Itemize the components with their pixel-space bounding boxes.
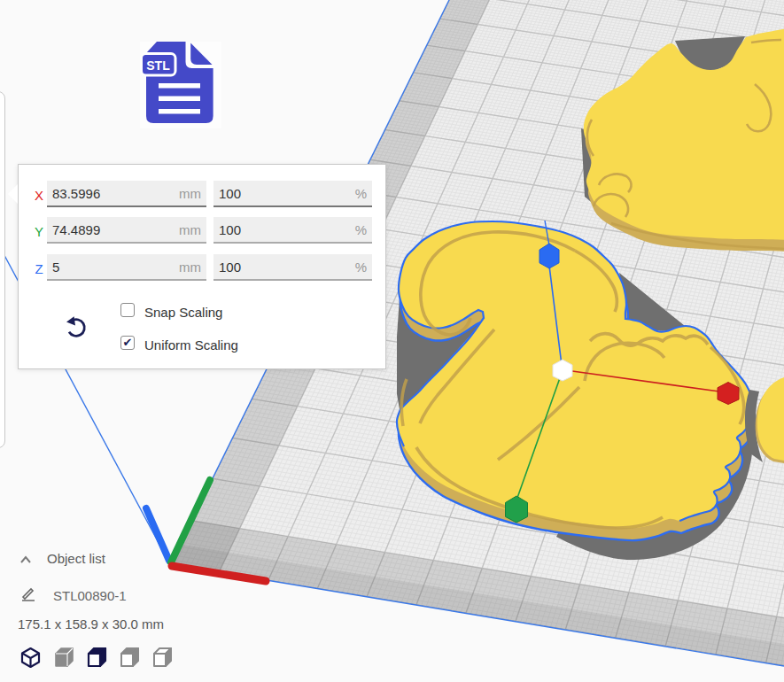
svg-text:STL: STL xyxy=(146,58,170,73)
